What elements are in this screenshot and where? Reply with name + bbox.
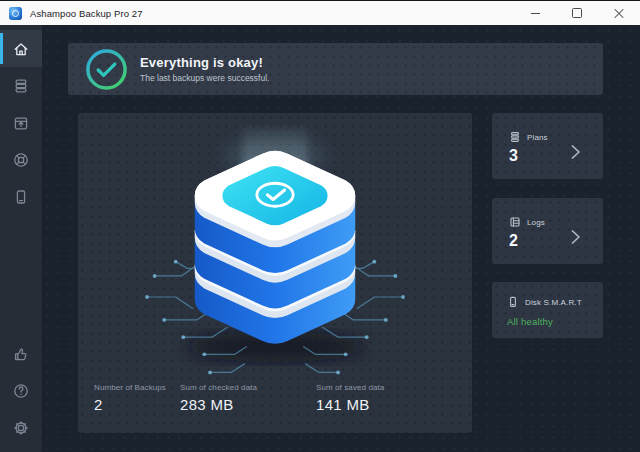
sidebar-item-restore[interactable]: [0, 104, 42, 141]
thumbs-up-icon: [12, 345, 30, 363]
disk-icon: [507, 296, 519, 308]
maximize-button[interactable]: [556, 1, 598, 25]
sidebar-item-backup-plans[interactable]: [0, 67, 42, 104]
sidebar-item-home[interactable]: [0, 30, 42, 67]
question-icon: [12, 382, 30, 400]
sidebar-item-disks[interactable]: [0, 178, 42, 215]
close-button[interactable]: [598, 1, 640, 25]
database-icon: [509, 131, 521, 143]
check-circle-icon: [85, 48, 128, 91]
window-title: Ashampoo Backup Pro 27: [30, 8, 143, 19]
sidebar-spacer: [0, 215, 42, 335]
backup-box-icon: [12, 114, 30, 132]
logs-card[interactable]: Logs 2: [492, 198, 603, 264]
stat-checked-data: Sum of checked data 283 MB: [180, 383, 316, 413]
chevron-right-icon[interactable]: [570, 229, 581, 245]
plans-label: Plans: [527, 133, 548, 142]
stat-label: Sum of saved data: [316, 383, 384, 392]
plans-count: 3: [509, 147, 603, 165]
gear-icon: [12, 419, 30, 437]
side-cards: Plans 3 Logs 2: [492, 113, 603, 338]
stat-label: Sum of checked data: [180, 383, 316, 392]
stat-label: Number of Backups: [94, 383, 180, 392]
main-content: Everything is okay! The last backups wer…: [42, 25, 640, 452]
titlebar[interactable]: Ashampoo Backup Pro 27: [0, 0, 640, 25]
stat-value: 283 MB: [180, 396, 316, 413]
status-banner: Everything is okay! The last backups wer…: [68, 43, 603, 95]
minimize-icon: [531, 13, 540, 14]
home-icon: [12, 40, 30, 58]
stat-value: 141 MB: [316, 396, 384, 413]
app-window: Ashampoo Backup Pro 27: [0, 0, 640, 452]
device-icon: [12, 188, 30, 206]
logs-label: Logs: [527, 218, 545, 227]
server-stack-icon: [12, 77, 30, 95]
sidebar: [0, 25, 42, 452]
maximize-icon: [572, 8, 582, 18]
window-controls: [514, 1, 640, 25]
disk-smart-card[interactable]: Disk S.M.A.R.T All healthy: [492, 282, 603, 338]
minimize-button[interactable]: [514, 1, 556, 25]
dashboard-panel: Number of Backups 2 Sum of checked data …: [78, 113, 472, 433]
banner-title: Everything is okay!: [140, 55, 269, 70]
stat-value: 2: [94, 396, 180, 413]
disk-smart-label: Disk S.M.A.R.T: [525, 298, 582, 307]
backup-stack-illustration: [141, 125, 409, 383]
logs-count: 2: [509, 232, 603, 250]
plans-card[interactable]: Plans 3: [492, 113, 603, 179]
logs-icon: [509, 216, 521, 228]
sidebar-item-help[interactable]: [0, 372, 42, 409]
sidebar-item-settings[interactable]: [0, 409, 42, 446]
sidebar-item-rate[interactable]: [0, 335, 42, 372]
lifering-icon: [12, 151, 30, 169]
sidebar-item-support[interactable]: [0, 141, 42, 178]
app-logo-icon: [9, 7, 22, 20]
backup-stats: Number of Backups 2 Sum of checked data …: [78, 383, 472, 413]
stat-number-of-backups: Number of Backups 2: [94, 383, 180, 413]
stat-saved-data: Sum of saved data 141 MB: [316, 383, 384, 413]
close-icon: [614, 8, 624, 18]
chevron-right-icon[interactable]: [570, 144, 581, 160]
disk-smart-status: All healthy: [507, 316, 603, 327]
banner-subtitle: The last backups were successful.: [140, 73, 269, 83]
